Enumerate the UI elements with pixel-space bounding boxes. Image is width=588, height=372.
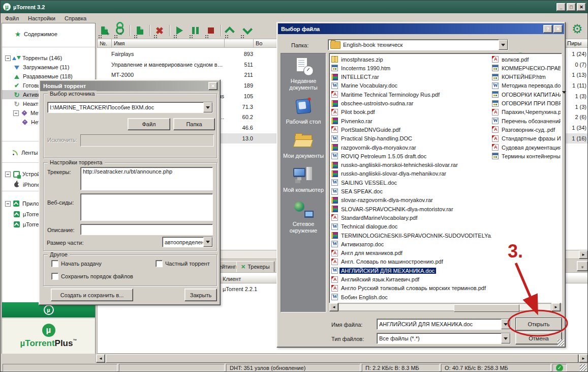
trackers-textarea[interactable]: http://seatracker.ru/bt/announce.php xyxy=(80,167,213,190)
remove-torrent-button[interactable]: ✖ xyxy=(153,24,166,37)
file-item[interactable]: slovar-razgovornik-dlya-moryakov.rar xyxy=(331,196,491,205)
close-dialog-button[interactable]: Закрыть xyxy=(184,289,217,301)
piece-size-combo[interactable]: автоопределение xyxy=(162,237,213,247)
place-desktop[interactable]: Рабочий стол xyxy=(282,98,325,125)
move-down-button[interactable] xyxy=(240,24,253,37)
file-item[interactable]: Стандартные фразы ИМ xyxy=(492,134,561,143)
bottom-hscrollbar[interactable]: ◄ ► xyxy=(96,354,588,363)
source-path-combo[interactable]: I:\MARINE_TRACKER\Пособие ВХМ.doc xyxy=(47,102,213,113)
chevron-down-icon[interactable] xyxy=(499,40,508,50)
file-item[interactable]: Бобин English.doc xyxy=(331,293,491,301)
private-torrent-checkbox[interactable]: Частный торрент xyxy=(156,260,210,267)
place-recent-documents[interactable]: Недавние документы xyxy=(282,58,325,91)
webseeds-textarea[interactable] xyxy=(80,193,213,221)
file-item[interactable]: Pilot book.pdf xyxy=(331,108,491,117)
tab-overflow-chevron-icon[interactable]: ⌄⌄ xyxy=(577,261,588,271)
menu-item-Настройки[interactable]: Настройки xyxy=(23,14,60,22)
preserve-order-checkbox[interactable]: Сохранить порядок файлов xyxy=(51,273,133,280)
move-up-button[interactable] xyxy=(225,24,237,37)
file-item[interactable]: SEA SPEAK.doc xyxy=(331,187,491,196)
chevron-down-icon[interactable] xyxy=(203,102,212,112)
file-item[interactable]: PortStateDNVGuide.pdf xyxy=(331,125,491,134)
sidebar-item-загружаемые11[interactable]: Загружаемые (11) xyxy=(2,63,95,72)
file-item[interactable]: obschee-ustroistvo-sudna.rar xyxy=(331,99,491,108)
chevron-down-icon[interactable] xyxy=(501,319,510,329)
start-button[interactable] xyxy=(173,24,185,37)
file-item[interactable]: Перечень обозначений xyxy=(492,117,561,125)
file-item[interactable]: Marine Vocabulary.doc xyxy=(331,81,491,90)
file-item[interactable]: КОММЕРЧЕСКО-ПРАВОВ xyxy=(492,64,561,72)
file-item[interactable]: russko-angliiskii-morskoi-tehnicheskii-s… xyxy=(331,161,491,169)
utorrent-plus-ad[interactable]: µ µTorrentPlus™ xyxy=(2,318,95,354)
file-item[interactable]: Maritime Technical Terminology Rus.pdf xyxy=(331,90,491,99)
maximize-button[interactable]: □ xyxy=(567,3,576,11)
file-item[interactable]: Парахин,Черепухина.pdf xyxy=(492,108,561,117)
dialog-resize-grip[interactable] xyxy=(558,339,564,346)
stop-button[interactable] xyxy=(205,24,217,37)
settings-gear-icon[interactable]: ⚙ xyxy=(572,23,583,35)
file-item[interactable]: волков.pdf xyxy=(492,55,561,64)
file-item[interactable]: russko-angliiskii-slovar-dlya-mehanikov.… xyxy=(331,169,491,178)
tree-expander-icon[interactable] xyxy=(5,201,11,207)
file-item[interactable]: ОГОВОРКИ ПРИ ПОВРЕЖ xyxy=(492,99,561,108)
file-item[interactable]: Методика перевода.doc xyxy=(492,81,561,90)
cancel-button[interactable]: Отмена xyxy=(515,332,562,345)
menu-item-Справка[interactable]: Справка xyxy=(60,14,91,22)
file-item[interactable]: TERMINOLOGIChESKII-SPRAVOChNIK-SUDOVODIT… xyxy=(331,231,491,240)
tree-expander-icon[interactable] xyxy=(13,110,19,116)
scroll-right-icon[interactable]: ► xyxy=(551,303,561,311)
sidebar-item-content[interactable]: ★ Содержимое xyxy=(2,30,95,39)
file-item[interactable]: Incoterms 1990.htm xyxy=(331,64,491,72)
file-button[interactable]: Файл xyxy=(128,118,170,130)
close-icon[interactable]: ✕ xyxy=(208,82,218,90)
checkbox-icon[interactable] xyxy=(51,260,58,267)
close-button[interactable]: ✕ xyxy=(577,3,586,11)
file-item[interactable]: Судовая документация xyxy=(492,143,561,152)
file-item[interactable]: imostphrases.zip xyxy=(331,55,491,64)
chevron-down-icon[interactable] xyxy=(501,333,510,344)
folder-combo[interactable]: English-book техническ xyxy=(328,39,508,50)
file-item[interactable]: Разговорник-суд..pdf xyxy=(492,125,561,134)
pause-button[interactable] xyxy=(189,24,201,37)
column-size[interactable] xyxy=(225,39,254,47)
place-network[interactable]: Сетевое окружение xyxy=(282,201,325,234)
checkbox-icon[interactable] xyxy=(51,273,58,280)
open-button[interactable]: Открыть xyxy=(515,318,562,331)
file-item[interactable]: SLOVAR-SPRAVOCHNIK-dlya-motoristov.rar xyxy=(331,205,491,213)
file-item[interactable]: Practical Ship-handling.DOC xyxy=(331,134,491,143)
close-icon[interactable]: ✕ xyxy=(553,25,563,33)
file-item[interactable]: АНГЛИЙСКИЙ ДЛЯ МЕХАНИКА.doc xyxy=(331,266,491,275)
checkbox-icon[interactable] xyxy=(156,260,163,267)
help-icon[interactable]: ? xyxy=(543,25,552,33)
resize-grip[interactable] xyxy=(580,364,586,371)
file-item[interactable]: Англо Русский толковый словарь морских т… xyxy=(331,284,491,293)
minimize-button[interactable]: _ xyxy=(556,3,566,11)
scroll-left-icon[interactable]: ◄ xyxy=(96,354,105,363)
chevron-down-icon[interactable] xyxy=(203,237,212,247)
description-input[interactable] xyxy=(80,224,213,235)
file-item[interactable]: Активизатор.doc xyxy=(331,240,491,248)
sidebar-item-торренты146[interactable]: Торренты (146) xyxy=(2,53,95,63)
file-item[interactable]: Термины контейнерных xyxy=(492,152,561,160)
file-item[interactable]: Англ. Словарь по машиностроению.pdf xyxy=(331,257,491,266)
file-item[interactable]: ROVIQ Petroleum 1.5.05 draft.doc xyxy=(331,152,491,160)
place-my-computer[interactable]: Мой компьютер xyxy=(282,166,325,193)
filetype-combo[interactable]: Все файлы (*.*) xyxy=(377,333,511,344)
file-item[interactable]: SAILING VESSEL.doc xyxy=(331,178,491,187)
place-my-documents[interactable]: Мои документы xyxy=(282,132,325,159)
tab-trackers[interactable]: ✕Трекеры xyxy=(236,261,274,272)
tree-expander-icon[interactable] xyxy=(5,171,11,177)
scroll-left-icon[interactable]: ◄ xyxy=(329,303,338,311)
menu-item-Файл[interactable]: Файл xyxy=(1,14,23,22)
start-seeding-checkbox[interactable]: Начать раздачу xyxy=(51,260,102,267)
file-list-hscrollbar[interactable]: ◄ ► xyxy=(329,303,561,311)
create-save-button[interactable]: Создать и сохранить в... xyxy=(51,289,133,301)
file-item[interactable]: INTELLECT.rar xyxy=(331,73,491,81)
filename-combo[interactable]: АНГЛИЙСКИЙ ДЛЯ МЕХАНИКА.doc xyxy=(377,319,511,330)
file-item[interactable]: StandardMarineVocabolary.pdf xyxy=(331,213,491,222)
file-item[interactable]: КОНТЕЙНЕР.htm xyxy=(492,73,561,81)
folder-button[interactable]: Папка xyxy=(173,118,215,130)
scroll-right-icon[interactable]: ► xyxy=(579,250,588,259)
file-item[interactable]: Technical dialogue.doc xyxy=(331,222,491,231)
add-torrent-button[interactable] xyxy=(98,24,110,37)
